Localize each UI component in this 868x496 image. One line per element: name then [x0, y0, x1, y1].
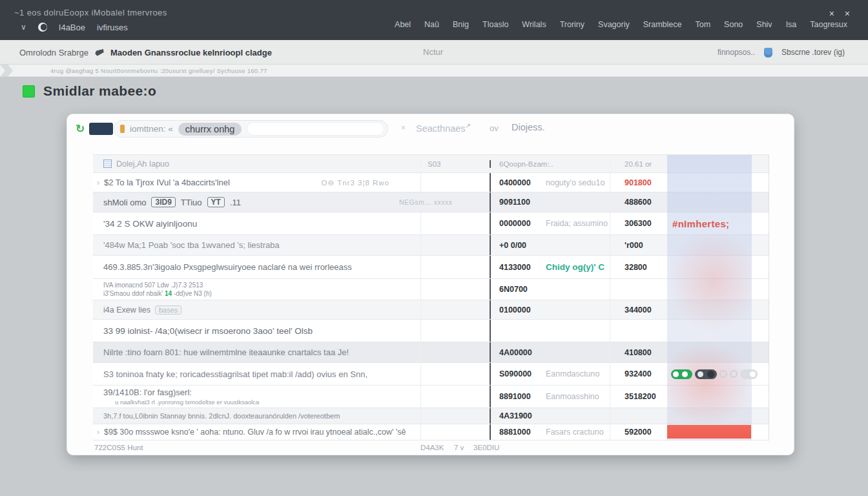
toggle-dark[interactable]: [695, 369, 717, 379]
chevron-down-icon[interactable]: ∨: [21, 23, 26, 32]
row-value-2: 32800: [610, 256, 667, 278]
column-header-s03[interactable]: S03: [428, 160, 440, 168]
filter-flag-icon: [120, 125, 125, 133]
table-row[interactable]: '34 2 S OKW aiyinljoonu 0000000 Fraida; …: [93, 212, 769, 235]
menu-item[interactable]: Abel: [395, 20, 411, 29]
menu-item-home[interactable]: I4aBoe: [59, 23, 85, 32]
page-title: Smidlar mabee:o: [43, 83, 156, 99]
table-row[interactable]: › $2 To la Tjrox IVul 'a 4baccirts'lnel …: [93, 173, 769, 192]
row-title: $9$ 30o mssswoe ksno'e ' aoha: ntuno. Gl…: [104, 428, 406, 437]
row-value-2: 410800: [610, 342, 667, 362]
row-title: 469.3.885.3n'3igoalo Pxsgpeglwsuiryoee n…: [103, 262, 352, 272]
row-value-2: 3518200: [610, 386, 667, 408]
table-row[interactable]: '484w Ma;1 Poab 'soc tba 1wvaned 's; lie…: [93, 235, 769, 256]
row-title: TTiuo: [181, 198, 202, 207]
menubar-left: ∨ I4aBoe ivfiruses: [21, 20, 128, 34]
filter-search-bar[interactable]: iomttnen: « churrx onhg: [114, 120, 388, 138]
breadcrumb[interactable]: 4rug @aeghag 5 Nourt0onnmebovnu :20usurs…: [50, 67, 267, 74]
row-value-1-label: noguty'o sedu1o: [546, 178, 604, 187]
toolbar-left: Omrolodn Srabrge Maoden Gnanssroclue kel…: [19, 40, 272, 65]
edit-pen-icon: [94, 48, 104, 56]
column-header-name[interactable]: Dolej,Ah Iapuo: [116, 160, 169, 169]
close-icon[interactable]: ×: [829, 8, 834, 19]
row-value-1: 4A00000: [499, 348, 546, 357]
shield-icon: [764, 48, 772, 57]
row-expand-chevron[interactable]: ›: [97, 428, 99, 437]
menubar: Abel Naû Bnig Tloaslo Wrilals Troriny Sv…: [395, 20, 847, 29]
menu-item[interactable]: Bnig: [453, 20, 469, 29]
dialogs-link[interactable]: Diojess.: [512, 122, 545, 132]
menu-item[interactable]: Tloaslo: [482, 20, 508, 29]
row-value-1-label: Eanmoasshino: [546, 392, 599, 401]
menu-item[interactable]: Naû: [424, 20, 439, 29]
row-value-2: 306300: [610, 212, 667, 234]
table-row[interactable]: 3h,7.f tou,L0ibnin Stannay bnnis. 2dlcnJ…: [93, 408, 769, 424]
table-row[interactable]: i4a Exew lies bases 0100000 344000: [93, 300, 769, 320]
document-title: Maoden Gnanssroclue kelnrioopl cladge: [110, 48, 272, 57]
menu-item[interactable]: Sramblece: [643, 20, 682, 29]
menu-item[interactable]: Shiv: [756, 20, 772, 29]
column-header-col4[interactable]: 20.61 or: [625, 160, 652, 168]
menu-item[interactable]: Svagoriy: [598, 20, 630, 29]
row-title: '484w Ma;1 Poab 'soc tba 1wvaned 's; lie…: [103, 240, 280, 250]
row-expand-chevron[interactable]: ›: [97, 178, 99, 187]
menu-item[interactable]: Sono: [724, 20, 743, 29]
status-center-b: 7 v: [454, 444, 464, 451]
row-title: 33 99 iolnist- /4a;0(wisecr ir msoerono …: [103, 326, 313, 336]
menu-item[interactable]: Wrilals: [522, 20, 546, 29]
toolbar-right-label[interactable]: finnopsos..: [718, 48, 755, 57]
menu-item[interactable]: Isa: [786, 20, 797, 29]
row-subline-text: i3'Smaou ddof nbaik': [103, 290, 163, 297]
secure-status-label: Sbscrne .torev (ig): [781, 48, 845, 57]
toolbar-label[interactable]: Omrolodn Srabrge: [19, 48, 88, 57]
search-link-label: Seacthnaes: [416, 123, 466, 134]
row-value-1: 0400000: [499, 178, 546, 187]
row-value-1-label: Eanmdasctuno: [546, 369, 599, 378]
page-heading: Smidlar mabee:o: [23, 83, 156, 99]
column-header-col3[interactable]: 6Qoopn-Bzam:..: [499, 160, 553, 168]
search-input[interactable]: [247, 122, 384, 136]
table-row[interactable]: IVA imonacnd 507 Ldw .J)7.3 2513 i3'Smao…: [93, 279, 769, 300]
menu-item[interactable]: Troriny: [560, 20, 584, 29]
search-link[interactable]: Seacthnaes↗: [416, 122, 471, 134]
filter-chip[interactable]: churrx onhg: [178, 123, 242, 136]
menu-item-second[interactable]: ivfiruses: [97, 23, 128, 32]
app-icon[interactable]: [38, 23, 47, 32]
table-row[interactable]: 469.3.885.3n'3igoalo Pxsgpeglwsuiryoee n…: [93, 256, 769, 279]
app-toolbar: Omrolodn Srabrge Maoden Gnanssroclue kel…: [0, 40, 868, 65]
row-value-1-label: Fasars cractuno: [546, 428, 604, 437]
window-title: ~1 eos dolruEoopx iMobalel tmervroes: [14, 8, 167, 17]
table-row[interactable]: S3 toninoa fnaty ke; roricadesstiagrilsa…: [93, 363, 769, 386]
row-title: $2 To la Tjrox IVul 'a 4baccirts'lnel: [104, 178, 230, 187]
table-row[interactable]: › $9$ 30o mssswoe ksno'e ' aoha: ntuno. …: [93, 424, 769, 440]
row-value-2: 344000: [610, 300, 667, 319]
table-row[interactable]: 39/1410B: l'or fasg)serl: u naalkvhat3 r…: [93, 386, 769, 408]
breadcrumb-arrow-icon: [0, 65, 13, 77]
toggle-group: [671, 369, 758, 379]
toggle-on[interactable]: [671, 369, 692, 379]
table-row[interactable]: Nilrte :tino foarn 801: hue wilnemtmlne …: [93, 342, 769, 363]
status-center-a: D4A3K: [420, 444, 444, 451]
radio-empty[interactable]: [730, 370, 738, 378]
table-row[interactable]: 33 99 iolnist- /4a;0(wisecr ir msoerono …: [93, 320, 769, 342]
toggle-off[interactable]: [740, 369, 758, 379]
sort-control[interactable]: ov: [490, 123, 499, 133]
row-value-1: 0100000: [499, 305, 546, 315]
clear-filter-icon[interactable]: ×: [401, 123, 406, 132]
radio-empty[interactable]: [719, 370, 727, 378]
green-square-icon: [23, 85, 35, 98]
row-value-1: 8891000: [499, 392, 546, 401]
menu-item[interactable]: Tom: [695, 20, 710, 29]
menu-item[interactable]: Taogresux: [810, 20, 847, 29]
table-row[interactable]: shMoli omo 3ID9 TTiuo YT .11 NEGsm… xxxx…: [93, 192, 769, 212]
close-icon[interactable]: ×: [845, 8, 850, 19]
row-title: i4a Exew lies: [103, 305, 150, 315]
row-value-1: 8881000: [499, 428, 546, 437]
window-thumbnail-icon[interactable]: [89, 123, 113, 135]
refresh-icon[interactable]: ↻: [76, 122, 85, 136]
row-meta: NEGsm… xxxxx: [399, 198, 452, 206]
row-tag: bases: [155, 305, 181, 315]
row-subline-text: -dd)ve N3 (h): [174, 290, 212, 297]
row-meta: O⊖ Tnr3 3¦8 Rwo: [322, 178, 389, 187]
row-status-teal: Chidy og(y)' C: [546, 262, 604, 272]
